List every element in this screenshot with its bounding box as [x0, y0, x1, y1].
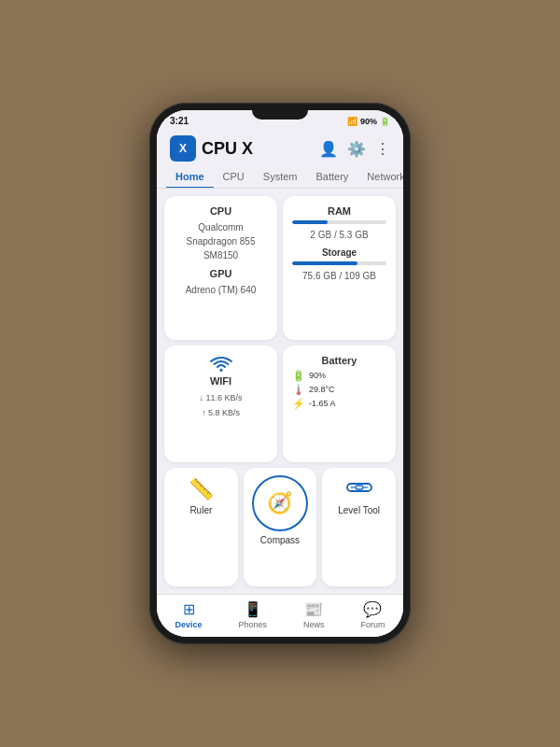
- storage-progress-fill: [292, 261, 357, 265]
- tab-home[interactable]: Home: [166, 165, 214, 188]
- cpu-card: CPU Qualcomm Snapdragon 855 SM8150 GPU A…: [164, 196, 277, 340]
- wifi-upload: ↑ 5.8 KB/s: [174, 405, 268, 420]
- svg-point-0: [219, 369, 222, 372]
- cpu-chip: Qualcomm Snapdragon 855 SM8150: [174, 220, 268, 262]
- ruler-label: Ruler: [170, 505, 232, 515]
- storage-title: Storage: [292, 247, 386, 258]
- phone-frame: 3:21 📶 90% 🔋 X CPU X 👤 ⚙️ ⋮: [149, 103, 411, 644]
- news-label: News: [303, 620, 325, 629]
- ram-card: RAM 2 GB / 5.3 GB Storage 75.6 GB / 109 …: [283, 196, 396, 340]
- battery-percent-val: 90%: [309, 371, 326, 380]
- level-label: Level Tool: [328, 505, 390, 515]
- news-icon: 📰: [304, 600, 323, 618]
- tab-system[interactable]: System: [254, 165, 307, 188]
- wifi-title: WIFI: [174, 375, 268, 387]
- wifi-icon: [174, 355, 268, 374]
- settings-icon[interactable]: ⚙️: [347, 140, 366, 158]
- battery-current-val: -1.65 A: [309, 399, 336, 408]
- bottom-nav: ⊞ Device 📱 Phones 📰 News 💬 Forum: [157, 594, 403, 637]
- battery-title: Battery: [292, 355, 386, 366]
- battery-current-row: ⚡ -1.65 A: [292, 398, 386, 410]
- tools-row: 📏 Ruler 🧭 Compass: [164, 468, 396, 586]
- storage-progress-bg: [292, 261, 386, 265]
- thermometer-icon: 🌡️: [292, 384, 305, 396]
- ruler-icon: 📏: [170, 477, 232, 501]
- forum-label: Forum: [360, 620, 385, 629]
- compass-tool[interactable]: 🧭 Compass: [244, 468, 317, 586]
- app-header: X CPU X 👤 ⚙️ ⋮: [157, 128, 403, 165]
- device-icon: ⊞: [183, 600, 195, 618]
- battery-level-icon: 🔋: [292, 370, 305, 382]
- wifi-status-icon: 📶: [347, 117, 357, 126]
- app-title-group: X CPU X: [170, 135, 253, 162]
- ram-progress-fill: [292, 220, 328, 224]
- wifi-card: WIFI ↓ 11.6 KB/s ↑ 5.8 KB/s: [164, 345, 277, 463]
- status-right: 📶 90% 🔋: [347, 117, 390, 126]
- tab-battery[interactable]: Battery: [306, 165, 357, 188]
- nav-tabs: Home CPU System Battery Network: [157, 165, 403, 189]
- phones-label: Phones: [238, 620, 267, 629]
- svg-rect-1: [347, 484, 371, 491]
- battery-temp-val: 29.8°C: [309, 385, 335, 394]
- status-time: 3:21: [170, 116, 189, 126]
- nav-forum[interactable]: 💬 Forum: [360, 600, 385, 629]
- compass-circle: 🧭: [252, 475, 308, 531]
- account-icon[interactable]: 👤: [319, 140, 338, 158]
- wifi-download: ↓ 11.6 KB/s: [174, 390, 268, 405]
- gpu-value: Adreno (TM) 640: [174, 283, 268, 297]
- battery-status-icon: 🔋: [380, 117, 390, 126]
- app-icon: X: [170, 135, 196, 162]
- current-icon: ⚡: [292, 398, 305, 410]
- storage-value: 75.6 GB / 109 GB: [292, 269, 386, 283]
- compass-icon: 🧭: [267, 491, 292, 515]
- tab-cpu[interactable]: CPU: [214, 165, 254, 188]
- app-content: X CPU X 👤 ⚙️ ⋮ Home CPU System Battery N…: [157, 128, 403, 637]
- gpu-card-title: GPU: [174, 268, 268, 279]
- nav-phones[interactable]: 📱 Phones: [238, 600, 267, 629]
- svg-rect-2: [356, 486, 363, 489]
- device-label: Device: [175, 620, 202, 629]
- app-title: CPU X: [202, 139, 253, 159]
- battery-percent-row: 🔋 90%: [292, 370, 386, 382]
- cpu-card-title: CPU: [174, 205, 268, 217]
- more-icon[interactable]: ⋮: [375, 140, 390, 158]
- ram-progress-bg: [292, 220, 386, 224]
- main-grid: CPU Qualcomm Snapdragon 855 SM8150 GPU A…: [157, 189, 403, 594]
- level-tool[interactable]: Level Tool: [322, 468, 396, 586]
- ram-title: RAM: [292, 205, 386, 217]
- ruler-tool[interactable]: 📏 Ruler: [164, 468, 238, 586]
- tab-network[interactable]: Network: [357, 165, 403, 188]
- battery-temp-row: 🌡️ 29.8°C: [292, 384, 386, 396]
- phone-screen: 3:21 📶 90% 🔋 X CPU X 👤 ⚙️ ⋮: [157, 110, 403, 637]
- header-icons: 👤 ⚙️ ⋮: [319, 140, 390, 158]
- compass-label: Compass: [249, 535, 312, 545]
- nav-news[interactable]: 📰 News: [303, 600, 325, 629]
- battery-card: Battery 🔋 90% 🌡️ 29.8°C ⚡ -1.65 A: [283, 345, 396, 463]
- ram-value: 2 GB / 5.3 GB: [292, 228, 386, 242]
- phones-icon: 📱: [244, 600, 262, 618]
- level-icon: [328, 477, 390, 501]
- nav-device[interactable]: ⊞ Device: [175, 600, 202, 629]
- battery-percent: 90%: [360, 117, 377, 126]
- notch: [252, 110, 308, 120]
- forum-icon: 💬: [363, 600, 382, 618]
